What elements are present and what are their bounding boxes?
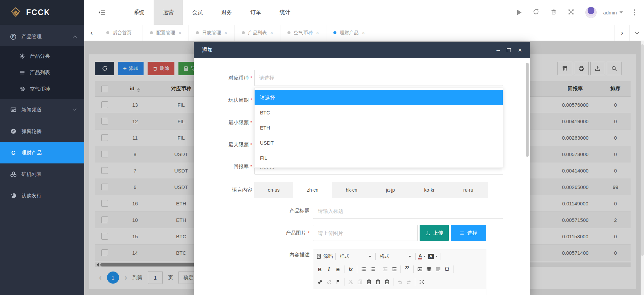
page-tab[interactable]: 后台首页 xyxy=(99,25,143,41)
svg-text:P: P xyxy=(12,35,14,39)
choose-button[interactable]: 选择 xyxy=(451,225,486,241)
blockquote-button[interactable]: ” xyxy=(402,266,412,273)
tab-close-icon[interactable]: × xyxy=(270,30,273,36)
sidebar-item-subscription[interactable]: 认购发行 xyxy=(0,185,84,206)
page-tab[interactable]: 日志管理 × xyxy=(189,25,235,41)
dropdown-option[interactable]: 请选择 xyxy=(255,90,503,105)
horizontal-rule-button[interactable] xyxy=(433,265,442,274)
product-image-input[interactable] xyxy=(313,225,418,241)
paste-text-button[interactable]: T xyxy=(373,278,382,287)
cut-icon xyxy=(348,279,354,285)
special-char-button[interactable]: Ω xyxy=(442,265,451,274)
dropdown-option[interactable]: BTC xyxy=(255,105,503,120)
editor-content[interactable] xyxy=(313,289,486,295)
fullscreen-icon[interactable] xyxy=(568,9,574,16)
source-button[interactable]: 源码 xyxy=(315,252,334,261)
tab-close-icon[interactable]: × xyxy=(178,30,181,36)
text-color-button[interactable]: A xyxy=(417,252,427,261)
indent-button[interactable] xyxy=(390,265,399,274)
dropdown-option[interactable]: ETH xyxy=(255,120,503,135)
user-menu[interactable]: admin xyxy=(603,10,623,15)
refresh-icon[interactable] xyxy=(533,8,539,16)
language-tab[interactable]: ru-ru xyxy=(449,182,488,198)
insert-table-button[interactable] xyxy=(424,265,433,274)
tab-close-icon[interactable]: × xyxy=(224,30,227,36)
strikethrough-button[interactable]: S xyxy=(333,265,342,274)
tabs-menu-toggle[interactable] xyxy=(629,25,644,41)
top-nav-item[interactable]: 会员 xyxy=(183,0,212,25)
close-icon[interactable]: × xyxy=(518,47,522,53)
sidebar-item-air-coin[interactable]: 空气币种 xyxy=(0,81,84,97)
coin-spiral-icon xyxy=(19,86,25,92)
copy-icon xyxy=(357,279,363,285)
caret-down-icon xyxy=(620,11,623,13)
sidebar-item-news[interactable]: 新闻频道 xyxy=(0,99,84,120)
dropdown-option[interactable]: FIL xyxy=(255,150,503,165)
maximize-icon[interactable] xyxy=(507,48,511,52)
top-nav-item[interactable]: 订单 xyxy=(241,0,270,25)
sidebar-item-product-list[interactable]: 产品列表 xyxy=(0,64,84,81)
avatar[interactable] xyxy=(585,7,597,18)
sidebar-group-product[interactable]: P 产品管理 xyxy=(0,27,84,46)
modal-body: 对应币种* 请选择 玩法周期* 最小限额* 最大限额* 回报率* 0.0000 … xyxy=(194,58,530,295)
page-tab[interactable]: 产品列表 × xyxy=(235,25,281,41)
page-scroll-thumb[interactable] xyxy=(641,44,644,256)
style-combo[interactable]: 样式 xyxy=(337,252,374,261)
undo-button xyxy=(395,278,404,287)
product-title-input[interactable] xyxy=(313,203,503,219)
maximize-editor-button[interactable] xyxy=(417,278,426,287)
sidebar-item-miner-list[interactable]: 矿机列表 xyxy=(0,163,84,185)
list-icon xyxy=(19,69,25,76)
bg-color-button[interactable]: A xyxy=(427,252,438,261)
page-tab[interactable]: 理财产品 × xyxy=(326,25,372,41)
language-tab[interactable]: hk-cn xyxy=(332,182,371,198)
format-combo[interactable]: 格式 xyxy=(377,252,414,261)
italic-button[interactable]: I xyxy=(324,265,333,274)
page-scrollbar[interactable] xyxy=(641,41,644,295)
kebab-menu-icon[interactable] xyxy=(634,9,635,15)
top-nav-item[interactable]: 财务 xyxy=(212,0,241,25)
language-tab[interactable]: en-us xyxy=(254,182,293,198)
anchor-button[interactable] xyxy=(333,278,342,287)
language-tab[interactable]: ko-kr xyxy=(410,182,449,198)
paste-word-button[interactable]: W xyxy=(382,278,391,287)
caret-down-icon xyxy=(424,256,426,257)
g-icon: G xyxy=(10,150,16,156)
tabs-scroll-right[interactable]: › xyxy=(614,25,629,41)
language-tab[interactable]: ja-jp xyxy=(371,182,410,198)
top-nav: 系统运营会员财务订单统计 xyxy=(124,0,300,25)
top-nav-item[interactable]: 统计 xyxy=(270,0,300,25)
tab-dot-icon xyxy=(333,31,336,34)
sidebar-item-product-category[interactable]: 产品分类 xyxy=(0,48,84,64)
top-nav-item[interactable]: 运营 xyxy=(154,0,183,25)
upload-button[interactable]: 上传 xyxy=(420,225,449,241)
sidebar-collapse-icon[interactable] xyxy=(98,9,106,16)
sidebar-item-label: 矿机列表 xyxy=(21,171,42,178)
sidebar-item-finance-product[interactable]: G 理财产品 xyxy=(0,142,84,163)
remove-format-button[interactable]: Ix xyxy=(346,265,355,274)
sidebar-item-popup-carousel[interactable]: 弹窗轮播 xyxy=(0,120,84,142)
top-nav-item[interactable]: 系统 xyxy=(124,0,154,25)
dropdown-option[interactable]: USDT xyxy=(255,135,503,150)
tabs-scroll-left[interactable]: ‹ xyxy=(84,25,99,41)
insert-image-button[interactable] xyxy=(415,265,424,274)
bold-button[interactable]: B xyxy=(315,265,324,274)
modal-scroll-thumb[interactable] xyxy=(526,63,529,157)
tab-close-icon[interactable]: × xyxy=(362,30,365,36)
trash-icon[interactable] xyxy=(550,9,557,16)
link-button[interactable] xyxy=(315,278,324,287)
tab-close-icon[interactable]: × xyxy=(316,30,319,36)
paste-text-icon: T xyxy=(375,279,381,285)
sidebar-item-label: 新闻频道 xyxy=(21,107,42,113)
language-tab[interactable]: zh-cn xyxy=(293,182,332,198)
play-icon[interactable] xyxy=(517,10,522,15)
page-tab[interactable]: 空气币种 × xyxy=(280,25,326,41)
coin-select[interactable]: 请选择 xyxy=(254,70,503,86)
paste-button[interactable] xyxy=(364,278,373,287)
page-tab[interactable]: 配置管理 × xyxy=(143,25,189,41)
bullet-list-button[interactable] xyxy=(368,265,377,274)
outdent-icon xyxy=(383,266,388,272)
minimize-icon[interactable]: – xyxy=(496,47,500,53)
ordered-list-button[interactable] xyxy=(359,265,368,274)
title-field-label: 产品标题 xyxy=(194,203,310,219)
